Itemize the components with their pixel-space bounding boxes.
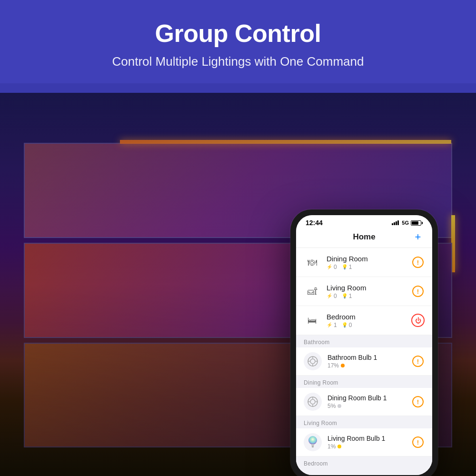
bulb-dot-icon: 💡	[342, 293, 347, 298]
app-header: Home +	[296, 228, 432, 248]
phone-outer: 12:44 5G	[290, 209, 438, 476]
bathroom-bulb-icon	[304, 352, 322, 370]
bulb-dot-icon: 💡	[342, 264, 347, 269]
living-action[interactable]: !	[411, 285, 425, 298]
alert-icon: !	[412, 396, 424, 407]
bathroom-bulb-pct: 17%	[327, 362, 339, 369]
living-room-devices: ⚡ 0 💡 1	[327, 293, 406, 299]
device-item-dining-bulb[interactable]: Dining Room Bulb 1 5% !	[296, 388, 432, 416]
section-header-bedroom-devices: Bedroom	[296, 456, 432, 469]
room-card-dining[interactable]: 🍽 Dining Room ⚡ 0 💡 1	[296, 248, 432, 277]
status-dot-gray-icon	[337, 404, 341, 408]
plug-dot-icon: ⚡	[327, 322, 332, 327]
battery-icon	[411, 220, 423, 226]
living-bulb-action[interactable]: !	[411, 436, 425, 449]
header-section: Group Control Control Multiple Lightings…	[0, 0, 476, 83]
bedroom-name: Bedroom	[327, 313, 406, 321]
room-card-bedroom[interactable]: 🛏 Bedroom ⚡ 1 💡 0	[296, 306, 432, 335]
bathroom-bulb-name: Bathroom Bulb 1	[327, 354, 406, 361]
page-subtitle: Control Multiple Lightings with One Comm…	[10, 54, 466, 69]
dining-bulb-status: 5%	[327, 403, 406, 409]
status-icons: 5G	[392, 220, 423, 226]
network-type-label: 5G	[402, 220, 409, 226]
bathroom-bulb-info: Bathroom Bulb 1 17%	[327, 354, 406, 369]
bulb-dot-icon: 💡	[342, 322, 347, 327]
svg-point-12	[308, 436, 317, 445]
living-bulb-icon	[304, 433, 322, 451]
phone-content[interactable]: 🍽 Dining Room ⚡ 0 💡 1	[296, 248, 432, 475]
status-dot-orange-icon	[341, 364, 345, 367]
living-bulb-count: 💡 1	[342, 293, 352, 299]
device-item-bathroom-bulb[interactable]: Bathroom Bulb 1 17% !	[296, 347, 432, 376]
app-title: Home	[353, 232, 375, 242]
bathroom-bulb-status: 17%	[327, 362, 406, 369]
dining-bulb-count: 💡 1	[342, 264, 352, 270]
svg-point-7	[310, 399, 315, 404]
plug-dot-icon: ⚡	[327, 264, 332, 269]
bedroom-action[interactable]: ⏻	[411, 314, 425, 327]
living-room-info: Living Room ⚡ 0 💡 1	[327, 284, 406, 299]
status-bar: 12:44 5G	[296, 215, 432, 228]
page-wrapper: Group Control Control Multiple Lightings…	[0, 0, 476, 476]
bedroom-info: Bedroom ⚡ 1 💡 0	[327, 313, 406, 328]
device-item-living-bulb[interactable]: Living Room Bulb 1 1% !	[296, 428, 432, 456]
phone-screen: 12:44 5G	[296, 215, 432, 475]
svg-rect-14	[312, 446, 314, 446]
living-bulb-info: Living Room Bulb 1 1%	[327, 435, 406, 450]
page-title: Group Control	[10, 19, 466, 48]
add-button[interactable]: +	[412, 231, 424, 243]
living-room-icon: 🛋	[304, 283, 321, 300]
dining-room-info: Dining Room ⚡ 0 💡 1	[327, 255, 406, 270]
alert-icon: !	[412, 257, 424, 268]
dining-bulb-info: Dining Room Bulb 1 5%	[327, 394, 406, 409]
dining-room-name: Dining Room	[327, 255, 406, 263]
room-card-living[interactable]: 🛋 Living Room ⚡ 0 💡 1	[296, 277, 432, 306]
dining-bulb-name: Dining Room Bulb 1	[327, 394, 406, 402]
svg-rect-13	[311, 444, 314, 446]
bedroom-bulb-count: 💡 0	[342, 322, 352, 328]
bedroom-plug-count: ⚡ 1	[327, 322, 337, 328]
living-bulb-status: 1%	[327, 443, 406, 450]
dining-room-icon: 🍽	[304, 254, 321, 271]
dining-room-devices: ⚡ 0 💡 1	[327, 264, 406, 270]
status-time: 12:44	[306, 219, 323, 227]
section-header-living: Living Room	[296, 416, 432, 428]
accent-strip-top	[120, 140, 451, 144]
bedroom-devices: ⚡ 1 💡 0	[327, 322, 406, 328]
bathroom-bulb-action[interactable]: !	[411, 355, 425, 368]
phone-container: 12:44 5G	[290, 209, 438, 476]
section-header-dining: Dining Room	[296, 376, 432, 388]
rooms-group: 🍽 Dining Room ⚡ 0 💡 1	[296, 248, 432, 335]
bedroom-icon: 🛏	[304, 312, 321, 329]
section-header-bathroom: Bathroom	[296, 335, 432, 347]
dining-bulb-icon	[304, 393, 322, 411]
dining-bulb-pct: 5%	[327, 403, 336, 409]
plug-dot-icon: ⚡	[327, 293, 332, 298]
living-bulb-name: Living Room Bulb 1	[327, 435, 406, 442]
living-bulb-pct: 1%	[327, 443, 336, 450]
svg-point-1	[310, 359, 315, 364]
dining-action[interactable]: !	[411, 256, 425, 269]
power-icon: ⏻	[411, 314, 425, 327]
living-plug-count: ⚡ 0	[327, 293, 337, 299]
svg-rect-15	[312, 446, 314, 447]
alert-icon: !	[412, 436, 424, 448]
dining-plug-count: ⚡ 0	[327, 264, 337, 270]
alert-icon: !	[412, 286, 424, 297]
alert-icon: !	[412, 356, 424, 367]
dining-bulb-action[interactable]: !	[411, 395, 425, 408]
living-room-name: Living Room	[327, 284, 406, 292]
signal-bars-icon	[392, 220, 399, 225]
status-dot-yellow-icon	[337, 445, 341, 448]
